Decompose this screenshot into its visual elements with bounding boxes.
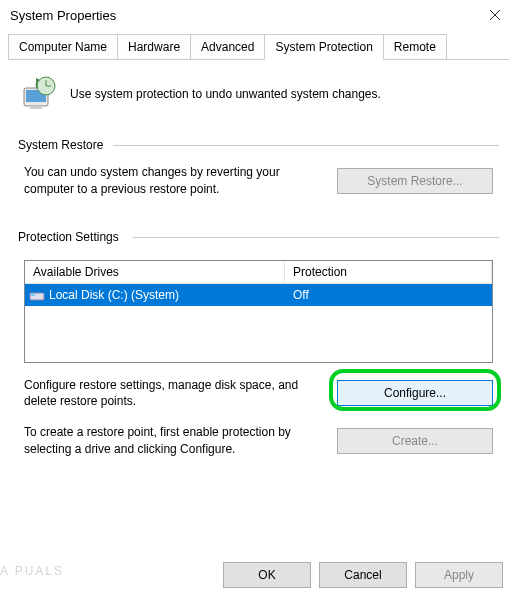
group-protection-settings: Protection Settings Available Drives Pro… [18, 230, 499, 470]
close-icon [489, 9, 501, 21]
apply-button: Apply [415, 562, 503, 588]
titlebar: System Properties [0, 0, 517, 30]
system-protection-icon [18, 74, 58, 114]
group-label-protection-settings: Protection Settings [18, 230, 499, 244]
close-button[interactable] [472, 0, 517, 30]
svg-rect-10 [31, 294, 35, 296]
group-system-restore: System Restore You can undo system chang… [18, 138, 499, 210]
drive-row[interactable]: Local Disk (C:) (System) Off [25, 284, 492, 306]
tab-strip: Computer Name Hardware Advanced System P… [8, 34, 509, 60]
tab-hardware[interactable]: Hardware [117, 34, 191, 59]
col-available-drives[interactable]: Available Drives [25, 261, 285, 283]
tab-system-protection[interactable]: System Protection [264, 34, 383, 60]
system-restore-desc: You can undo system changes by reverting… [24, 164, 325, 198]
ok-button[interactable]: OK [223, 562, 311, 588]
drive-name: Local Disk (C:) (System) [47, 288, 285, 302]
configure-button[interactable]: Configure... [337, 380, 493, 406]
watermark: A PUALS [0, 551, 64, 582]
create-button: Create... [337, 428, 493, 454]
dialog-footer: OK Cancel Apply [223, 562, 503, 588]
cancel-button[interactable]: Cancel [319, 562, 407, 588]
window-title: System Properties [10, 8, 472, 23]
drive-list[interactable]: Available Drives Protection Local Disk (… [24, 260, 493, 363]
drive-status: Off [285, 288, 492, 302]
drive-list-empty-area [25, 306, 492, 362]
svg-rect-4 [30, 106, 42, 109]
configure-desc: Configure restore settings, manage disk … [24, 377, 325, 411]
system-restore-button: System Restore... [337, 168, 493, 194]
intro-row: Use system protection to undo unwanted s… [18, 74, 499, 114]
col-protection[interactable]: Protection [285, 261, 492, 283]
tab-content: Use system protection to undo unwanted s… [0, 60, 517, 504]
drive-list-header: Available Drives Protection [25, 261, 492, 284]
tab-remote[interactable]: Remote [383, 34, 447, 59]
tab-computer-name[interactable]: Computer Name [8, 34, 118, 59]
intro-text: Use system protection to undo unwanted s… [70, 87, 381, 101]
drive-icon [29, 289, 47, 301]
tab-advanced[interactable]: Advanced [190, 34, 265, 59]
create-desc: To create a restore point, first enable … [24, 424, 325, 458]
group-label-system-restore: System Restore [18, 138, 499, 152]
